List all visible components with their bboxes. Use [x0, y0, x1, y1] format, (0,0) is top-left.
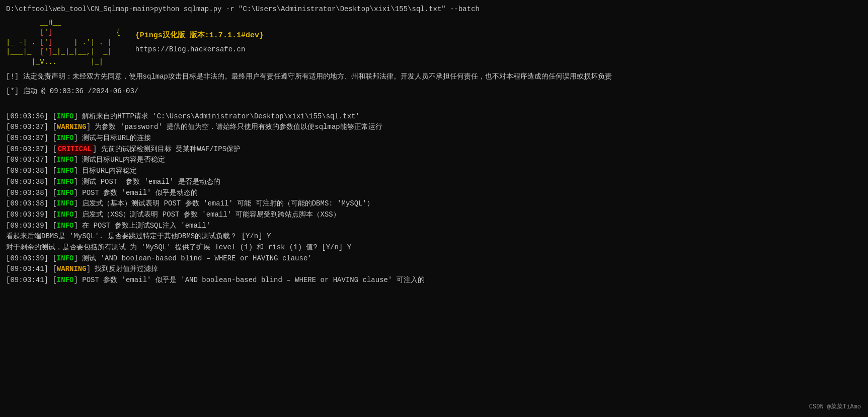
- msg-7: 测试 POST 参数 'email' 是否是动态的: [78, 177, 220, 188]
- logo-line-2: ___ ___[']_____ ___ ___ {: [6, 28, 120, 38]
- msg-5: 测试目标URL内容是否稳定: [78, 155, 166, 166]
- ts-13: [09:03:41]: [6, 264, 48, 275]
- user-prompt-2: 对于剩余的测试，是否要包括所有测试 为 'MySQL' 提供了扩展 level …: [6, 242, 862, 253]
- level-2: WARNING: [57, 122, 87, 133]
- level-13: WARNING: [57, 264, 87, 275]
- level-3: INFO: [57, 133, 74, 144]
- logo-line-1: __H__: [6, 18, 120, 28]
- level-9: INFO: [57, 198, 74, 210]
- log-line-11: [09:03:39] [INFO] 在 POST 参数上测试SQL注入 'ema…: [6, 221, 862, 232]
- watermark: CSDN @菜菜TiAmo: [809, 402, 861, 412]
- ts-6: [09:03:38]: [6, 166, 48, 177]
- level-6: INFO: [57, 166, 74, 177]
- ts-10: [09:03:39]: [6, 210, 48, 221]
- ts-7: [09:03:38]: [6, 177, 48, 188]
- logo-line-5: |_V... |_|: [6, 57, 120, 67]
- ts-12: [09:03:39]: [6, 253, 48, 264]
- brand-line: {Pings汉化版 版本:1.7.1.1#dev}: [135, 30, 264, 41]
- log-line-8: [09:03:38] [INFO] POST 参数 'email' 似乎是动态的: [6, 188, 862, 199]
- ts-5: [09:03:37]: [6, 155, 48, 166]
- log-line-14: [09:03:41] [INFO] POST 参数 'email' 似乎是 'A…: [6, 275, 862, 286]
- msg-11: 在 POST 参数上测试SQL注入 'email': [78, 221, 210, 232]
- msg-2: 为参数 'password' 提供的值为空．请始终只使用有效的参数值以便sqlm…: [91, 122, 382, 133]
- level-14: INFO: [57, 275, 74, 286]
- level-5: INFO: [57, 155, 74, 166]
- logo-right: {Pings汉化版 版本:1.7.1.1#dev} https://Blog.h…: [135, 30, 264, 55]
- msg-10: 启发式（XSS）测试表明 POST 参数 'email' 可能容易受到跨站点脚本…: [78, 210, 340, 221]
- msg-1: 解析来自的HTTP请求 'C:\Users\Administrator\Desk…: [78, 111, 360, 122]
- log-line-10: [09:03:39] [INFO] 启发式（XSS）测试表明 POST 参数 '…: [6, 210, 862, 221]
- msg-14: POST 参数 'email' 似乎是 'AND boolean-based b…: [78, 275, 425, 286]
- log-line-2: [09:03:37] [WARNING] 为参数 'password' 提供的值…: [6, 122, 862, 133]
- msg-4: 先前的试探检测到目标 受某种WAF/IPS保护: [97, 144, 241, 155]
- ts-2: [09:03:37]: [6, 122, 48, 133]
- logo-line-3: |_ -| . ['] | .'| . |: [6, 38, 120, 48]
- terminal-window: D:\ctftool\web_tool\CN_Sqlmap-main>pytho…: [6, 4, 862, 286]
- log-line-12: [09:03:39] [INFO] 测试 'AND boolean-based …: [6, 253, 862, 264]
- ts-3: [09:03:37]: [6, 133, 48, 144]
- ts-14: [09:03:41]: [6, 275, 48, 286]
- level-8: INFO: [57, 188, 74, 199]
- msg-9: 启发式（基本）测试表明 POST 参数 'email' 可能 可注射的（可能的D…: [78, 198, 374, 210]
- ts-1: [09:03:36]: [6, 111, 48, 122]
- msg-13: 找到反射值并过滤掉: [91, 264, 158, 275]
- log-line-3: [09:03:37] [INFO] 测试与目标URL的连接: [6, 133, 862, 144]
- ts-4: [09:03:37]: [6, 144, 48, 155]
- log-line-1: [09:03:36] [INFO] 解析来自的HTTP请求 'C:\Users\…: [6, 111, 862, 122]
- log-line-9: [09:03:38] [INFO] 启发式（基本）测试表明 POST 参数 'e…: [6, 198, 862, 210]
- command-line: D:\ctftool\web_tool\CN_Sqlmap-main>pytho…: [6, 4, 862, 15]
- msg-3: 测试与目标URL的连接: [78, 133, 151, 144]
- log-line-5: [09:03:37] [INFO] 测试目标URL内容是否稳定: [6, 155, 862, 166]
- logo-line-4: |___|_ [']_|_|_|__,| _|: [6, 47, 120, 57]
- user-prompt-1: 看起来后端DBMS是 'MySQL'. 是否要跳过特定于其他DBMS的测试负载？…: [6, 231, 862, 242]
- level-4: CRITICAL: [57, 144, 93, 155]
- disclaimer: [!] 法定免责声明：未经双方先同意，使用sqlmap攻击目标是非法的。最终用户…: [6, 72, 862, 83]
- level-1: INFO: [57, 111, 74, 122]
- log-line-4: [09:03:37] [CRITICAL] 先前的试探检测到目标 受某种WAF/…: [6, 144, 862, 155]
- log-line-7: [09:03:38] [INFO] 测试 POST 参数 'email' 是否是…: [6, 177, 862, 188]
- log-container: [09:03:36] [INFO] 解析来自的HTTP请求 'C:\Users\…: [6, 111, 862, 232]
- level-11: INFO: [57, 221, 74, 232]
- ts-9: [09:03:38]: [6, 198, 48, 210]
- ts-11: [09:03:39]: [6, 221, 48, 232]
- url-line: https://Blog.hackersafe.cn: [135, 44, 264, 55]
- log-container-2: [09:03:39] [INFO] 测试 'AND boolean-based …: [6, 253, 862, 286]
- startup-line: [*] 启动 @ 09:03:36 /2024-06-03/: [6, 86, 862, 97]
- log-line-6: [09:03:38] [INFO] 目标URL内容稳定: [6, 166, 862, 177]
- level-12: INFO: [57, 253, 74, 264]
- logo-area: __H__ ___ ___[']_____ ___ ___ { |_ -| . …: [6, 18, 862, 67]
- ascii-logo: __H__ ___ ___[']_____ ___ ___ { |_ -| . …: [6, 18, 120, 67]
- ts-8: [09:03:38]: [6, 188, 48, 199]
- msg-8: POST 参数 'email' 似乎是动态的: [78, 188, 198, 199]
- msg-6: 目标URL内容稳定: [78, 166, 137, 177]
- log-line-13: [09:03:41] [WARNING] 找到反射值并过滤掉: [6, 264, 862, 275]
- level-10: INFO: [57, 210, 74, 221]
- level-7: INFO: [57, 177, 74, 188]
- msg-12: 测试 'AND boolean-based blind – WHERE or H…: [78, 253, 312, 264]
